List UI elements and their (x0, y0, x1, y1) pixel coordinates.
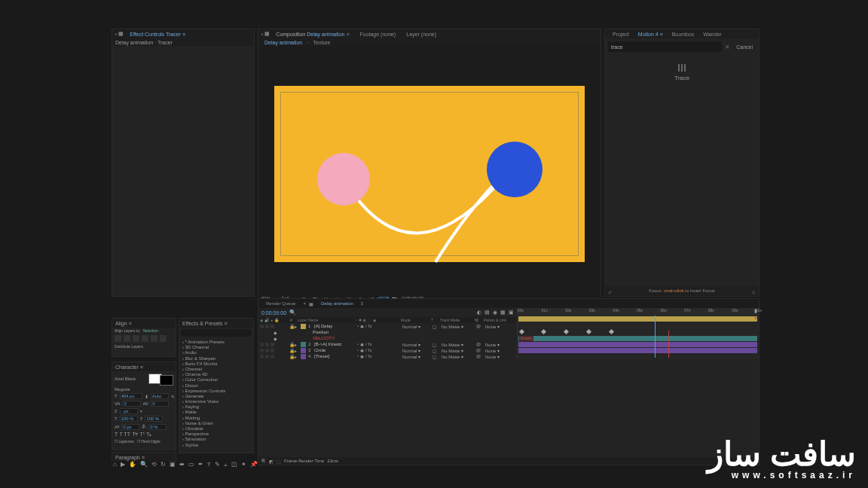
faux-bold-button[interactable]: T (115, 432, 118, 438)
vscale-input[interactable] (120, 416, 138, 422)
col-parent[interactable]: Parent & Link (484, 318, 515, 322)
effect-category-item[interactable]: › Matte (182, 410, 250, 415)
effect-category-item[interactable]: › Channel (182, 367, 250, 372)
quality-switch[interactable]: / (365, 354, 367, 359)
font-family-dropdown[interactable]: Arial Black (115, 377, 146, 381)
search-input[interactable] (608, 41, 722, 52)
layer-name[interactable]: [Tracer] (314, 354, 357, 358)
audio-toggle[interactable] (265, 355, 269, 358)
allcaps-button[interactable]: TT (124, 432, 131, 438)
switch-icon[interactable]: ⬚ (368, 318, 371, 322)
tab-delay-animation[interactable]: Delay animation (316, 301, 358, 306)
rectangle-tool-icon[interactable]: ▭ (188, 461, 194, 468)
layer-row[interactable]: 🔒 ▸ 2 [B->A] Kinetic ▫ ✱ / fx Normal ▾ ◻… (258, 341, 517, 347)
composition-viewer[interactable]: 50% ▾ Full ▾ ▦ ◩ ▣ ⬚ ⊞ ◐ ↺ sRGB 📷 0:00:0… (258, 46, 601, 302)
col-mode[interactable]: Mode (401, 318, 431, 322)
comp-button-icon[interactable]: ● (754, 315, 757, 320)
motion-blur-icon[interactable]: ◉ (493, 310, 497, 316)
layer-tab[interactable]: Layer (none) (402, 32, 441, 37)
track-delay[interactable] (518, 316, 757, 322)
clone-tool-icon[interactable]: ⟁ (224, 461, 228, 468)
collapse-switch[interactable]: ✱ (360, 348, 364, 353)
layer-row[interactable]: 🔒 ▸ 3 Circle ▫ ✱ / fx Normal ▾ ◻ No Matt… (258, 347, 517, 353)
home-icon[interactable]: ⌂ (113, 461, 117, 468)
eraser-tool-icon[interactable]: ◫ (231, 461, 237, 468)
effect-category-item[interactable]: › 3D Channel (182, 345, 250, 350)
track-matte-dropdown[interactable]: No Matte ▾ (442, 324, 476, 329)
visibility-toggle[interactable] (260, 355, 264, 358)
effect-category-item[interactable]: › Cinema 4D (182, 372, 250, 377)
subscript-button[interactable]: T₁ (146, 432, 151, 438)
align-left-button[interactable] (115, 335, 121, 342)
clear-icon[interactable]: ✕ (725, 44, 730, 50)
subtab-delay[interactable]: Delay animation (261, 40, 305, 45)
align-tab[interactable]: Align ≡ (112, 319, 176, 328)
hscale-input[interactable] (145, 416, 163, 422)
align-hcenter-button[interactable] (124, 335, 130, 342)
roto-tool-icon[interactable]: ✦ (241, 461, 246, 468)
col-layer-name[interactable]: Layer Name (298, 318, 356, 322)
effect-category-item[interactable]: › Expression Controls (182, 389, 250, 394)
effect-category-item[interactable]: › Obsolete (182, 426, 250, 432)
lock-icon[interactable]: 🔒 (289, 348, 295, 353)
tab-project[interactable]: Project (608, 32, 634, 37)
layer-row[interactable]: 🔒 ▸ 4 [Tracer] ▫ ✱ / fx Normal ▾ ◻ No Ma… (258, 353, 517, 359)
orbit-tool-icon[interactable]: ⟲ (151, 461, 157, 468)
twirl-icon[interactable]: ▸ (295, 324, 301, 329)
layer-property-row[interactable]: ◆ Position (258, 329, 517, 335)
collapse-icon[interactable]: ⤢ (608, 289, 612, 294)
effect-controls-tab[interactable]: Effect Controls Tracer ≡ (125, 32, 190, 37)
track-matte-dropdown[interactable]: No Matte ▾ (442, 354, 476, 359)
effect-category-item[interactable]: › Distort (182, 383, 250, 389)
toggle-io-icon[interactable]: ⬚ (277, 459, 281, 464)
smallcaps-button[interactable]: Tᴛ (132, 432, 138, 438)
col-track-matte[interactable]: Track Matte (440, 318, 475, 322)
solo-toggle[interactable] (270, 325, 274, 328)
blend-mode-dropdown[interactable]: Normal ▾ (402, 342, 432, 347)
chevron-left-icon[interactable]: ‹ (261, 32, 263, 37)
parent-pick-icon[interactable]: @ (476, 342, 485, 346)
comp-marker-icon[interactable]: ▮ (754, 308, 757, 314)
track-matte-dropdown[interactable]: No Matte ▾ (442, 342, 476, 347)
keyframe-icon[interactable] (586, 329, 591, 334)
collapse-switch[interactable]: ✱ (360, 354, 364, 359)
effect-category-item[interactable]: › Immersive Video (182, 399, 250, 404)
audio-column-icon[interactable]: 🔊 (264, 318, 269, 322)
pan-behind-tool-icon[interactable]: ⬌ (179, 461, 185, 468)
shy-switch[interactable]: ▫ (357, 348, 359, 353)
warning-icon[interactable]: △ (752, 288, 756, 294)
stroke-width-input[interactable] (120, 408, 138, 414)
subtab-texture[interactable]: Texture (310, 40, 334, 45)
audio-toggle[interactable] (265, 349, 269, 352)
keyframe-nav-icon[interactable]: ◆ (274, 330, 277, 335)
playhead[interactable] (655, 316, 656, 358)
superscript-button[interactable]: T¹ (139, 432, 145, 438)
kerning-input[interactable] (123, 401, 141, 407)
faux-italic-button[interactable]: T (119, 432, 122, 438)
effect-category-item[interactable]: › Boris FX Mocha (182, 361, 250, 367)
solo-toggle[interactable] (270, 343, 274, 346)
parent-dropdown[interactable]: None ▾ (485, 348, 517, 353)
visibility-toggle[interactable] (260, 343, 264, 346)
eyedropper-icon[interactable]: ✎ (171, 394, 175, 399)
switch-icon[interactable]: ✱ (359, 318, 362, 322)
effect-category-item[interactable]: › Color Correction (182, 377, 250, 383)
switch-icon[interactable]: ▫ (356, 318, 357, 322)
track-matte-dropdown[interactable]: No Matte ▾ (442, 348, 476, 353)
collapse-switch[interactable]: ✱ (360, 342, 364, 347)
blend-mode-dropdown[interactable]: Normal ▾ (402, 348, 432, 353)
keyframe-nav-icon[interactable]: ◆ (274, 336, 277, 341)
layer-row[interactable]: 🔒 ▸ 1 [A] Delay ▫ ✱ / fx Normal ▾ ◻ No M… (258, 323, 517, 329)
layer-name[interactable]: Circle (314, 348, 357, 352)
draft3d-icon[interactable]: ▣ (509, 310, 514, 316)
keyframe-icon[interactable] (609, 329, 614, 334)
effect-category-item[interactable]: › Stylize (182, 443, 250, 448)
twirl-icon[interactable]: ▸ (295, 348, 301, 353)
shy-toggle-icon[interactable]: ◐ (477, 310, 481, 316)
switch-icon[interactable]: ◉ (373, 318, 376, 322)
rotate-tool-icon[interactable]: ↻ (160, 461, 166, 468)
blend-mode-dropdown[interactable]: Normal ▾ (402, 324, 432, 329)
tab-boombox[interactable]: Boombox (668, 32, 699, 37)
font-style-dropdown[interactable]: Regular (115, 387, 130, 392)
align-vcenter-button[interactable] (151, 335, 157, 342)
